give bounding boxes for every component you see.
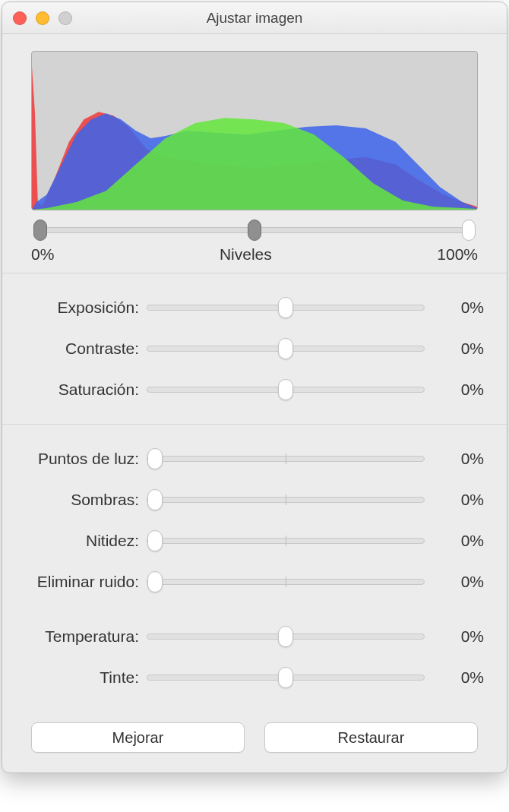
- g1-row-0: Exposición:0%: [10, 287, 484, 328]
- g2-label-1: Sombras:: [10, 491, 147, 509]
- levels-black-thumb[interactable]: [33, 220, 47, 241]
- slider-thumb[interactable]: [278, 379, 293, 400]
- levels-mid-label: Niveles: [220, 245, 272, 264]
- g1-value-2: 0%: [425, 381, 484, 399]
- slider-tick: [286, 577, 286, 587]
- g1-value-0: 0%: [425, 299, 484, 317]
- g2-label-2: Nitidez:: [10, 532, 147, 550]
- slider-tick: [286, 453, 286, 464]
- g2-value-0: 0%: [425, 450, 484, 468]
- slider-thumb[interactable]: [147, 571, 163, 592]
- g3-row-1: Tinte:0%: [10, 657, 484, 698]
- slider-group-2: Puntos de luz:0%Sombras:0%Nitidez:0%Elim…: [2, 425, 507, 712]
- g2-value-1: 0%: [425, 491, 484, 509]
- levels-white-thumb[interactable]: [462, 220, 476, 241]
- levels-labels: 0% Niveles 100%: [31, 245, 478, 264]
- g2-slider-0[interactable]: [147, 449, 425, 469]
- g1-row-2: Saturación:0%: [10, 369, 484, 410]
- g2-slider-3[interactable]: [147, 572, 425, 592]
- g2-slider-2[interactable]: [147, 531, 425, 551]
- slider-thumb[interactable]: [278, 297, 293, 318]
- g2-slider-1[interactable]: [147, 490, 425, 510]
- reset-button[interactable]: Restaurar: [264, 722, 478, 753]
- slider-tick: [286, 494, 286, 505]
- g2-row-2: Nitidez:0%: [10, 520, 484, 561]
- slider-group-1: Exposición:0%Contraste:0%Saturación:0%: [2, 273, 507, 425]
- g1-row-1: Contraste:0%: [10, 328, 484, 369]
- g1-label-0: Exposición:: [10, 299, 147, 317]
- g3-value-0: 0%: [425, 627, 484, 646]
- g1-label-2: Saturación:: [10, 381, 147, 399]
- zoom-icon: [58, 11, 72, 25]
- minimize-icon[interactable]: [36, 11, 49, 25]
- panel-content: 0% Niveles 100% Exposición:0%Contraste:0…: [2, 34, 507, 773]
- g2-row-1: Sombras:0%: [10, 479, 484, 520]
- slider-thumb[interactable]: [278, 626, 293, 647]
- g3-slider-1[interactable]: [147, 668, 425, 687]
- g1-slider-0[interactable]: [147, 298, 425, 318]
- g2-label-3: Eliminar ruido:: [10, 573, 147, 591]
- g1-value-1: 0%: [425, 340, 484, 358]
- close-icon[interactable]: [13, 11, 27, 25]
- g1-label-1: Contraste:: [10, 340, 147, 358]
- g3-value-1: 0%: [425, 668, 484, 687]
- g3-slider-0[interactable]: [147, 627, 425, 646]
- g3-row-0: Temperatura:0%: [10, 616, 484, 657]
- levels-slider[interactable]: [31, 220, 478, 242]
- g3-label-0: Temperatura:: [10, 627, 147, 646]
- g2-row-0: Puntos de luz:0%: [10, 438, 484, 479]
- adjust-image-window: Ajustar imagen 0% Niveles 100%: [2, 2, 507, 773]
- histogram: [31, 51, 478, 210]
- g2-value-3: 0%: [425, 573, 484, 591]
- window-title: Ajustar imagen: [2, 10, 507, 27]
- g3-label-1: Tinte:: [10, 668, 147, 687]
- levels-left-label: 0%: [31, 245, 54, 264]
- g2-value-2: 0%: [425, 532, 484, 550]
- button-row: Mejorar Restaurar: [2, 712, 507, 773]
- slider-thumb[interactable]: [147, 530, 163, 551]
- slider-thumb[interactable]: [147, 489, 163, 510]
- histogram-svg: [32, 52, 477, 210]
- slider-tick: [286, 536, 286, 546]
- slider-thumb[interactable]: [278, 667, 293, 688]
- levels-right-label: 100%: [437, 245, 478, 264]
- g2-row-3: Eliminar ruido:0%: [10, 561, 484, 602]
- window-controls: [2, 11, 72, 25]
- slider-thumb[interactable]: [278, 338, 293, 359]
- enhance-button[interactable]: Mejorar: [31, 722, 245, 753]
- titlebar: Ajustar imagen: [2, 2, 507, 34]
- g1-slider-1[interactable]: [147, 339, 425, 359]
- levels-mid-thumb[interactable]: [248, 220, 261, 241]
- g1-slider-2[interactable]: [147, 380, 425, 400]
- g2-label-0: Puntos de luz:: [10, 450, 147, 468]
- slider-thumb[interactable]: [147, 448, 163, 469]
- histogram-section: 0% Niveles 100%: [2, 34, 507, 273]
